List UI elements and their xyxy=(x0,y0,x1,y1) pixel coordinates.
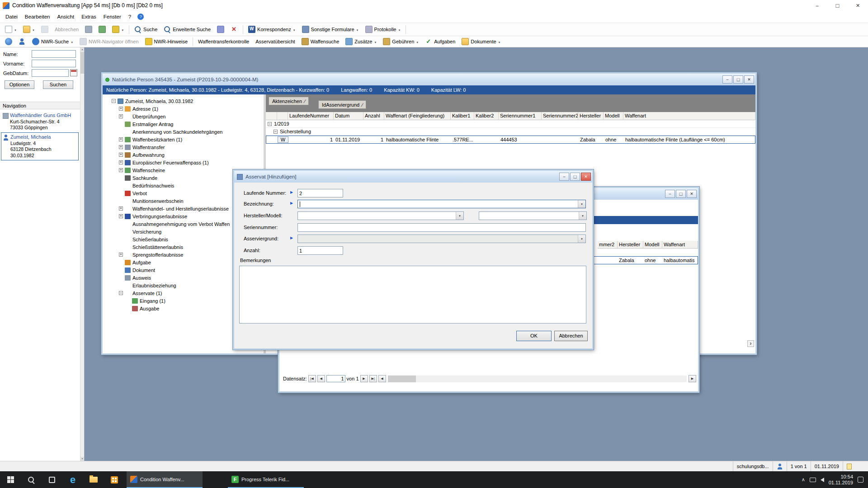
scroll-down-icon[interactable] xyxy=(80,457,84,461)
toolbar-button[interactable] xyxy=(96,24,108,35)
column-header[interactable]: Waffenart xyxy=(623,112,755,120)
maximize-icon[interactable] xyxy=(733,75,743,84)
collapse-icon[interactable] xyxy=(268,122,272,126)
tree-expander-icon[interactable] xyxy=(119,160,123,164)
tree-expander-icon[interactable] xyxy=(119,137,123,141)
menu-item[interactable]: Fenster xyxy=(100,13,125,21)
cancel-button[interactable]: Abbrechen xyxy=(554,331,588,341)
chevron-down-icon[interactable] xyxy=(578,235,585,243)
gebdatum-input[interactable] xyxy=(32,69,69,77)
table-row-selected[interactable]: W101.11.20191halbautomatische Flinte.577… xyxy=(266,136,755,144)
laufende-nummer-input[interactable] xyxy=(297,189,343,197)
column-header[interactable]: Seriennummer2 xyxy=(542,112,578,120)
record-number-input[interactable] xyxy=(326,375,345,382)
tree-item[interactable]: Zumeist, Michaela, 30.03.1982 xyxy=(110,97,264,105)
minimize-icon[interactable] xyxy=(665,190,675,198)
close-icon[interactable] xyxy=(581,173,591,181)
person-window-titlebar[interactable]: Natürliche Person 345435 - Zumeist (P201… xyxy=(103,74,755,85)
chevron-down-icon[interactable] xyxy=(456,212,463,220)
tree-item[interactable]: Europäischer Feuerwaffenpass (1) xyxy=(110,159,264,166)
horizontal-scrollbar[interactable] xyxy=(388,375,687,382)
tree-item[interactable]: Waffenbesitzkarten (1) xyxy=(110,136,264,143)
bemerkungen-textarea[interactable] xyxy=(239,266,586,324)
anzahl-input[interactable] xyxy=(297,246,343,255)
toolbar-button[interactable]: NWR-Navigator öffnen xyxy=(77,37,141,47)
hscroll-right-icon[interactable] xyxy=(689,375,696,382)
scroll-thumb[interactable] xyxy=(80,52,84,74)
start-button[interactable] xyxy=(0,471,21,488)
toolbar-button[interactable]: Waffentransferkontrolle xyxy=(195,37,252,47)
group-row-sicherstellung[interactable]: Sicherstellung xyxy=(266,128,755,136)
column-header[interactable]: Waffenart xyxy=(662,241,698,249)
toolbar-button[interactable] xyxy=(228,24,241,35)
toolbar-button[interactable] xyxy=(20,24,38,35)
close-icon[interactable] xyxy=(687,190,697,198)
tree-expander-icon[interactable] xyxy=(119,153,123,157)
group-row-year[interactable]: 1/2019 xyxy=(266,120,755,128)
tree-expander-icon[interactable] xyxy=(119,206,123,211)
help-icon[interactable] xyxy=(137,14,144,20)
minimize-icon[interactable] xyxy=(559,173,569,181)
toolbar-button[interactable]: NWR-Suche xyxy=(29,37,76,47)
scroll-up-icon[interactable] xyxy=(80,47,84,52)
toolbar-button[interactable]: NWR-Hinweise xyxy=(142,37,191,47)
tree-item[interactable]: Aufbewahrung xyxy=(110,151,264,159)
dialog-titlebar[interactable]: Asservat [Hinzufügen] xyxy=(234,171,592,183)
maximize-icon[interactable] xyxy=(827,0,848,11)
maximize-icon[interactable] xyxy=(676,190,686,198)
seriennummer-input[interactable] xyxy=(297,223,586,232)
toolbar-button[interactable] xyxy=(109,24,127,35)
column-header[interactable]: Seriennummer1 xyxy=(499,112,542,120)
close-icon[interactable] xyxy=(848,0,868,11)
group-chip-aktenzeichen[interactable]: Aktenzeichen xyxy=(269,97,309,105)
column-header[interactable]: Waffenart (Feingliederung) xyxy=(384,112,451,120)
toolbar-button[interactable]: Gebühren xyxy=(380,37,421,47)
toolbar-button[interactable]: Dokumente xyxy=(459,37,503,47)
column-header[interactable]: mmer2 xyxy=(598,241,618,249)
toolbar-button[interactable] xyxy=(16,37,28,47)
calendar-icon[interactable] xyxy=(70,69,77,76)
toolbar-button[interactable]: Protokolle xyxy=(363,24,404,35)
tree-expander-icon[interactable] xyxy=(119,253,123,257)
optionen-button[interactable]: Optionen xyxy=(5,80,34,89)
action-center-icon[interactable] xyxy=(858,477,863,483)
maximize-icon[interactable] xyxy=(570,173,580,181)
menu-item[interactable]: Bearbeiten xyxy=(21,13,54,21)
navigation-item-person[interactable]: Zumeist, Michaela Ludwigstr. 4 63128 Die… xyxy=(1,132,79,160)
toolbar-button[interactable]: Abbrechen xyxy=(52,24,81,35)
ok-button[interactable]: OK xyxy=(516,331,552,341)
menu-item[interactable]: ? xyxy=(125,13,135,21)
column-header[interactable]: Anzahl xyxy=(363,112,384,120)
hersteller-combobox[interactable] xyxy=(297,211,464,220)
edge-button[interactable] xyxy=(62,471,83,488)
column-header[interactable]: Hersteller xyxy=(578,112,604,120)
navigation-item-dealer[interactable]: Waffenhändler Guns GmbH Kurt-Schumacher-… xyxy=(1,111,79,132)
tree-item[interactable]: Überprüfungen xyxy=(110,113,264,120)
toolbar-button[interactable] xyxy=(82,24,95,35)
toolbar-button[interactable] xyxy=(129,25,129,34)
bezeichnung-combobox[interactable] xyxy=(297,200,586,208)
chevron-down-icon[interactable] xyxy=(578,200,585,208)
modell-combobox[interactable] xyxy=(479,211,587,220)
toolbar-button[interactable]: Asservatübersicht xyxy=(253,37,297,47)
name-input[interactable] xyxy=(32,50,76,58)
previous-record-icon[interactable] xyxy=(317,375,325,382)
column-header[interactable]: Kaliber1 xyxy=(451,112,474,120)
tray-chevron-icon[interactable] xyxy=(802,477,805,483)
collapse-icon[interactable] xyxy=(274,130,278,134)
column-header[interactable]: LaufendeNummer xyxy=(288,112,334,120)
asserviergrund-combobox[interactable] xyxy=(297,235,586,243)
column-header[interactable]: Modell xyxy=(604,112,623,120)
toolbar-button[interactable] xyxy=(38,24,51,35)
last-record-icon[interactable] xyxy=(369,375,377,382)
menu-item[interactable]: Ansicht xyxy=(53,13,78,21)
tree-item[interactable]: Waffentransfer xyxy=(110,143,264,151)
taskbar-app-fiddler[interactable]: Progress Telerik Fid... xyxy=(228,471,304,488)
toolbar-button[interactable] xyxy=(2,24,19,35)
pinned-app-button[interactable] xyxy=(104,471,125,488)
column-header[interactable]: Datum xyxy=(334,112,363,120)
toolbar-button[interactable]: Waffensuche xyxy=(299,37,342,47)
first-record-icon[interactable] xyxy=(308,375,316,382)
left-panel-scrollbar[interactable] xyxy=(80,47,84,461)
toolbar-button[interactable]: Aufgaben xyxy=(422,37,458,47)
